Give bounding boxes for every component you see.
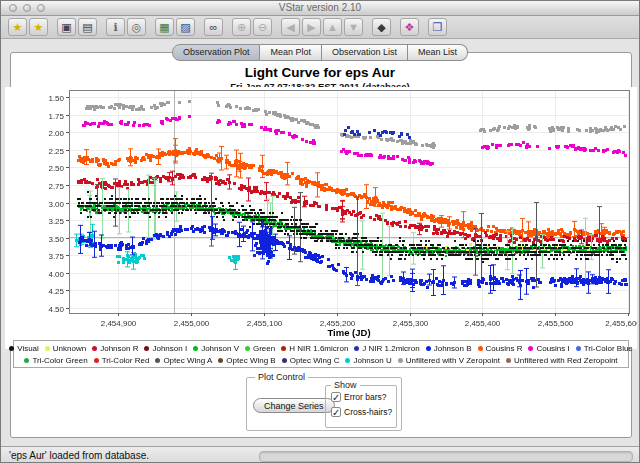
app-window: VStar version 2.10 ★★▣▤ℹ◎▦▨∞⊕⊖◀▶▲▼◆❖❒ Ob… [0, 0, 640, 463]
legend-label: Johnson V [201, 344, 239, 353]
legend-row: VisualUnknownJohnson RJohnson IJohnson V… [14, 342, 628, 354]
new-star-file-icon: ★ [34, 22, 44, 33]
legend-label: Tri-Color Green [32, 356, 87, 365]
window-title: VStar version 2.10 [1, 1, 639, 15]
legend-item-j-nir-1-2micron: J NIR 1.2micron [354, 344, 419, 353]
phase-plot-button[interactable]: ▨ [176, 18, 195, 36]
legend-label: Johnson B [434, 344, 472, 353]
info-icon: ℹ [113, 22, 117, 33]
progress-bar [259, 451, 633, 462]
legend-label: H NIR 1.6micron [289, 344, 348, 353]
pan-left-button[interactable]: ◀ [281, 18, 300, 36]
checkbox-error-bars[interactable]: ✓Error bars? [331, 392, 387, 402]
raw-plot-button[interactable]: ▦ [155, 18, 174, 36]
legend-marker-icon [398, 358, 403, 363]
legend-item-johnson-u: Johnson U [345, 356, 391, 365]
legend-label: Cousins R [486, 344, 523, 353]
search-button[interactable]: ◎ [127, 18, 146, 36]
pan-up-button[interactable]: ▲ [323, 18, 342, 36]
show-group: Show ✓Error bars?✓Cross-hairs? [325, 385, 397, 428]
plot-control-group: Plot Control Change Series Show ✓Error b… [246, 377, 402, 431]
legend-item-green: Green [245, 344, 275, 353]
legend-item-tri-color-blue: Tri-Color Blue [576, 344, 633, 353]
pan-up-icon: ▲ [327, 22, 338, 33]
legend-item-optec-wing-a: Optec Wing A [155, 356, 212, 365]
legend-marker-icon [345, 358, 350, 363]
legend-marker-icon [155, 358, 160, 363]
new-star-database-button[interactable]: ★ [8, 18, 27, 36]
checkbox-label: Cross-hairs? [344, 407, 392, 417]
tab-mean-list[interactable]: Mean List [408, 44, 468, 61]
legend-label: Tri-Color Blue [584, 344, 633, 353]
checkbox-icon[interactable]: ✓ [331, 407, 341, 417]
legend-marker-icon [354, 346, 359, 351]
pan-right-icon: ▶ [307, 22, 315, 33]
zoom-in-button[interactable]: ⊕ [232, 18, 251, 36]
filter-button[interactable]: ◆ [372, 18, 391, 36]
save-icon: ▣ [61, 22, 71, 33]
legend-marker-icon [426, 346, 431, 351]
legend-label: Optec Wing C [290, 356, 340, 365]
legend-marker-icon [245, 346, 250, 351]
legend-label: Johnson U [353, 356, 391, 365]
filter-icon: ◆ [377, 22, 385, 33]
legend-label: Unknown [53, 344, 86, 353]
zoom-out-button[interactable]: ⊖ [253, 18, 272, 36]
tab-bar: Observation PlotMean PlotObservation Lis… [1, 44, 639, 61]
legend-marker-icon [45, 346, 50, 351]
legend-item-unfiltered-with-red-zeropoint: Unfiltered with Red Zeropoint [506, 356, 618, 365]
tab-observation-plot[interactable]: Observation Plot [172, 44, 261, 61]
legend-item-tri-color-green: Tri-Color Green [24, 356, 87, 365]
new-star-file-button[interactable]: ★ [29, 18, 48, 36]
print-button[interactable]: ▤ [78, 18, 97, 36]
checkbox-icon[interactable]: ✓ [331, 392, 341, 402]
change-series-button[interactable]: Change Series [253, 398, 335, 413]
title-bar: VStar version 2.10 [1, 1, 639, 16]
legend-item-optec-wing-b: Optec Wing B [218, 356, 275, 365]
legend-label: Johnson R [100, 344, 138, 353]
legend-label: Unfiltered with Red Zeropoint [514, 356, 618, 365]
legend-label: Unfiltered with V Zeropoint [406, 356, 500, 365]
pan-down-button[interactable]: ▼ [344, 18, 363, 36]
legend-label: J NIR 1.2micron [362, 344, 419, 353]
legend-item-johnson-v: Johnson V [193, 344, 239, 353]
new-star-database-icon: ★ [13, 22, 23, 33]
chart-legend: VisualUnknownJohnson RJohnson IJohnson V… [13, 340, 629, 368]
tab-mean-plot[interactable]: Mean Plot [260, 44, 322, 61]
toolbar: ★★▣▤ℹ◎▦▨∞⊕⊖◀▶▲▼◆❖❒ [1, 16, 639, 39]
legend-item-optec-wing-c: Optec Wing C [282, 356, 340, 365]
legend-item-cousins-i: Cousins I [528, 344, 569, 353]
legend-item-unknown: Unknown [45, 344, 86, 353]
pan-right-button[interactable]: ▶ [302, 18, 321, 36]
polygon-filter-icon: ❖ [405, 22, 415, 33]
tab-observation-list[interactable]: Observation List [322, 44, 408, 61]
legend-item-johnson-b: Johnson B [426, 344, 472, 353]
legend-label: Optec Wing B [226, 356, 275, 365]
legend-marker-icon [576, 346, 581, 351]
info-button[interactable]: ℹ [106, 18, 125, 36]
legend-marker-icon [478, 346, 483, 351]
legend-label: Tri-Color Red [102, 356, 150, 365]
binoculars-button[interactable]: ∞ [204, 18, 223, 36]
legend-label: Visual [17, 344, 39, 353]
legend-item-unfiltered-with-v-zeropoint: Unfiltered with V Zeropoint [398, 356, 500, 365]
legend-marker-icon [144, 346, 149, 351]
save-button[interactable]: ▣ [57, 18, 76, 36]
light-curve-plot[interactable] [5, 87, 637, 349]
polygon-filter-button[interactable]: ❖ [400, 18, 419, 36]
legend-item-h-nir-1-6micron: H NIR 1.6micron [281, 344, 348, 353]
legend-label: Cousins I [536, 344, 569, 353]
checkbox-cross-hairs[interactable]: ✓Cross-hairs? [331, 407, 392, 417]
plot-control-title: Plot Control [255, 372, 308, 382]
help-book-button[interactable]: ❒ [428, 18, 447, 36]
zoom-out-icon: ⊖ [258, 22, 267, 33]
pan-left-icon: ◀ [286, 22, 294, 33]
legend-label: Optec Wing A [163, 356, 212, 365]
help-book-icon: ❒ [433, 22, 443, 33]
phase-plot-icon: ▨ [180, 22, 190, 33]
legend-marker-icon [218, 358, 223, 363]
legend-item-cousins-r: Cousins R [478, 344, 523, 353]
show-group-title: Show [331, 380, 360, 390]
legend-row: Tri-Color GreenTri-Color RedOptec Wing A… [14, 354, 628, 366]
legend-item-johnson-i: Johnson I [144, 344, 187, 353]
